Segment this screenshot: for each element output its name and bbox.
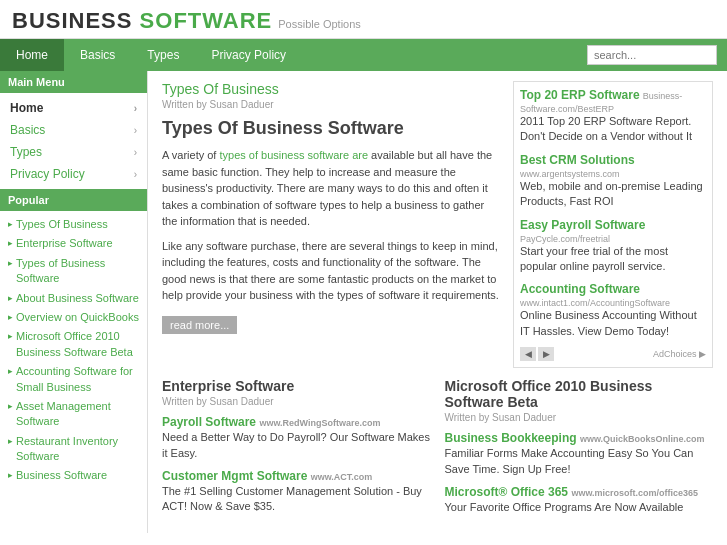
crm-desc: The #1 Selling Customer Management Solut… bbox=[162, 484, 431, 515]
ad-desc-4: Online Business Accounting Without IT Ha… bbox=[520, 308, 706, 339]
logo-tagline: Possible Options bbox=[278, 18, 361, 30]
main-menu-title: Main Menu bbox=[0, 71, 147, 93]
popular-item[interactable]: Types Of Business bbox=[8, 215, 139, 234]
bottom-columns: Enterprise Software Written by Susan Dad… bbox=[162, 378, 713, 523]
enterprise-article: Enterprise Software Written by Susan Dad… bbox=[162, 378, 431, 523]
bookkeeping-url: www.QuickBooksOnline.com bbox=[580, 434, 705, 444]
article-body-2: Like any software purchase, there are se… bbox=[162, 238, 499, 304]
popular-item[interactable]: About Business Software bbox=[8, 289, 139, 308]
article-body-1: A variety of types of business software … bbox=[162, 147, 499, 230]
payroll-desc: Need a Better Way to Do Payroll? Our Sof… bbox=[162, 430, 431, 461]
read-more-button[interactable]: read more... bbox=[162, 316, 237, 334]
microsoft-link-1: Business Bookkeeping www.QuickBooksOnlin… bbox=[445, 431, 714, 477]
popular-item[interactable]: Business Software bbox=[8, 466, 139, 485]
ad-item-4: Accounting Software www.intact1.com/Acco… bbox=[520, 282, 706, 339]
logo: BUSINESS SOFTWARE Possible Options bbox=[12, 8, 715, 34]
sidebar: Main Menu Home › Basics › Types › Privac… bbox=[0, 71, 148, 533]
page-title: Types Of Business bbox=[162, 81, 499, 97]
enterprise-link-1: Payroll Software www.RedWingSoftware.com… bbox=[162, 415, 431, 461]
nav-types[interactable]: Types bbox=[131, 39, 195, 71]
logo-text: BUSINESS SOFTWARE bbox=[12, 8, 272, 34]
nav-basics[interactable]: Basics bbox=[64, 39, 131, 71]
sidebar-item-basics[interactable]: Basics › bbox=[0, 119, 147, 141]
office365-desc: Your Favorite Office Programs Are Now Av… bbox=[445, 500, 714, 515]
popular-item[interactable]: Overview on QuickBooks bbox=[8, 308, 139, 327]
arrow-icon: › bbox=[134, 169, 137, 180]
logo-business: BUSINESS bbox=[12, 8, 132, 33]
nav-privacy[interactable]: Privacy Policy bbox=[195, 39, 302, 71]
ad-desc-3: Start your free trial of the most popula… bbox=[520, 244, 706, 275]
sidebar-item-privacy[interactable]: Privacy Policy › bbox=[0, 163, 147, 185]
content-area: Types Of Business Written by Susan Dadue… bbox=[148, 71, 727, 533]
enterprise-link-crm[interactable]: Customer Mgmt Software www.ACT.com bbox=[162, 469, 431, 483]
ad-link-2[interactable]: Best CRM Solutions bbox=[520, 153, 635, 167]
main-layout: Main Menu Home › Basics › Types › Privac… bbox=[0, 71, 727, 533]
ad-navigation: ◀ ▶ AdChoices ▶ bbox=[520, 347, 706, 361]
microsoft-title: Microsoft Office 2010 Business Software … bbox=[445, 378, 714, 410]
ad-prev-button[interactable]: ◀ bbox=[520, 347, 536, 361]
popular-item[interactable]: Microsoft Office 2010 Business Software … bbox=[8, 327, 139, 362]
payroll-url: www.RedWingSoftware.com bbox=[259, 418, 380, 428]
crm-url: www.ACT.com bbox=[311, 472, 373, 482]
microsoft-article: Microsoft Office 2010 Business Software … bbox=[445, 378, 714, 523]
ad-url-3: PayCycle.com/freetrial bbox=[520, 234, 610, 244]
ms-link-bookkeeping[interactable]: Business Bookkeeping www.QuickBooksOnlin… bbox=[445, 431, 714, 445]
popular-list: Types Of Business Enterprise Software Ty… bbox=[0, 211, 147, 490]
ms-link-office365[interactable]: Microsoft® Office 365 www.microsoft.com/… bbox=[445, 485, 714, 499]
office365-url: www.microsoft.com/office365 bbox=[571, 488, 698, 498]
ads-column: Top 20 ERP Software Business-Software.co… bbox=[513, 81, 713, 368]
top-columns: Types Of Business Written by Susan Dadue… bbox=[162, 81, 713, 368]
ad-link-1[interactable]: Top 20 ERP Software bbox=[520, 88, 640, 102]
ad-choices-label: AdChoices ▶ bbox=[653, 349, 706, 359]
ad-url-4: www.intact1.com/AccountingSoftware bbox=[520, 298, 670, 308]
enterprise-title: Enterprise Software bbox=[162, 378, 431, 394]
popular-item[interactable]: Enterprise Software bbox=[8, 234, 139, 253]
arrow-icon: › bbox=[134, 147, 137, 158]
popular-item[interactable]: Restaurant Inventory Software bbox=[8, 432, 139, 467]
main-article: Types Of Business Written by Susan Dadue… bbox=[162, 81, 499, 368]
enterprise-written-by: Written by Susan Daduer bbox=[162, 396, 431, 407]
search-area bbox=[587, 45, 727, 65]
popular-title: Popular bbox=[0, 189, 147, 211]
enterprise-link-2: Customer Mgmt Software www.ACT.com The #… bbox=[162, 469, 431, 515]
microsoft-link-2: Microsoft® Office 365 www.microsoft.com/… bbox=[445, 485, 714, 515]
ad-link-3[interactable]: Easy Payroll Software bbox=[520, 218, 645, 232]
enterprise-link-payroll[interactable]: Payroll Software www.RedWingSoftware.com bbox=[162, 415, 431, 429]
ad-next-button[interactable]: ▶ bbox=[538, 347, 554, 361]
ad-desc-1: 2011 Top 20 ERP Software Report. Don't D… bbox=[520, 114, 706, 145]
ad-block: Top 20 ERP Software Business-Software.co… bbox=[513, 81, 713, 368]
ad-nav-buttons: ◀ ▶ bbox=[520, 347, 554, 361]
ad-item-2: Best CRM Solutions www.argentsystems.com… bbox=[520, 153, 706, 210]
sidebar-menu: Home › Basics › Types › Privacy Policy › bbox=[0, 93, 147, 189]
ad-link-4[interactable]: Accounting Software bbox=[520, 282, 640, 296]
sidebar-item-home[interactable]: Home › bbox=[0, 97, 147, 119]
popular-item[interactable]: Asset Management Software bbox=[8, 397, 139, 432]
popular-item[interactable]: Types of Business Software bbox=[8, 254, 139, 289]
written-by: Written by Susan Daduer bbox=[162, 99, 499, 110]
bookkeeping-desc: Familiar Forms Make Accounting Easy So Y… bbox=[445, 446, 714, 477]
logo-software: SOFTWARE bbox=[140, 8, 273, 33]
arrow-icon: › bbox=[134, 103, 137, 114]
ad-desc-2: Web, mobile and on-premise Leading Produ… bbox=[520, 179, 706, 210]
search-input[interactable] bbox=[587, 45, 717, 65]
popular-section: Popular Types Of Business Enterprise Sof… bbox=[0, 189, 147, 490]
inline-link[interactable]: types of business software are bbox=[219, 149, 368, 161]
sidebar-item-types[interactable]: Types › bbox=[0, 141, 147, 163]
header: BUSINESS SOFTWARE Possible Options bbox=[0, 0, 727, 39]
ad-item-3: Easy Payroll Software PayCycle.com/freet… bbox=[520, 218, 706, 275]
navbar: Home Basics Types Privacy Policy bbox=[0, 39, 727, 71]
ad-item-1: Top 20 ERP Software Business-Software.co… bbox=[520, 88, 706, 145]
popular-item[interactable]: Accounting Software for Small Business bbox=[8, 362, 139, 397]
microsoft-written-by: Written by Susan Daduer bbox=[445, 412, 714, 423]
arrow-icon: › bbox=[134, 125, 137, 136]
ad-url-2: www.argentsystems.com bbox=[520, 169, 620, 179]
article-title: Types Of Business Software bbox=[162, 118, 499, 139]
nav-home[interactable]: Home bbox=[0, 39, 64, 71]
